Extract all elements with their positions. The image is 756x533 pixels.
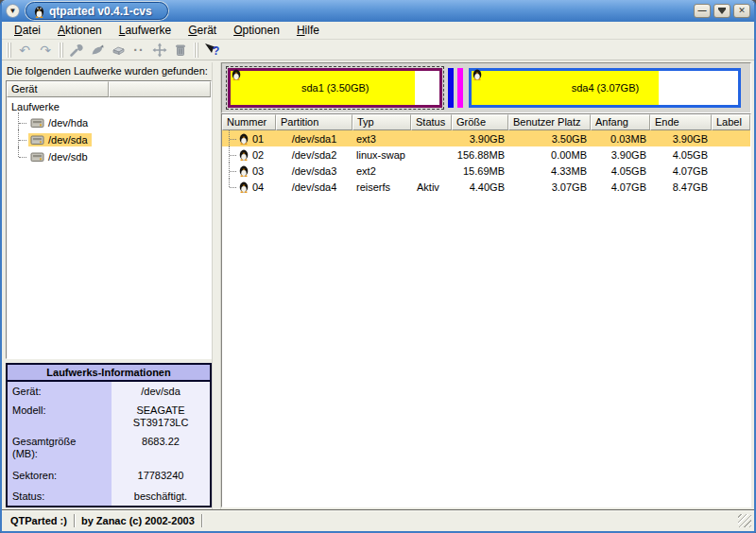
device-panel: Die folgenden Laufwerke wurden gefunden:…: [2, 62, 212, 509]
partition-table[interactable]: Nummer Partition Typ Status Größe Benutz…: [221, 113, 751, 507]
menubar: Datei Aktionen Laufwerke Gerät Optionen …: [2, 22, 754, 40]
tree-branch: [18, 148, 28, 165]
menu-geraet[interactable]: Gerät: [180, 23, 225, 38]
column-header-label[interactable]: Label: [712, 114, 750, 130]
title-pill: qtparted v0.4.1-cvs: [26, 2, 168, 20]
device-item-sdb[interactable]: /dev/sdb: [18, 148, 211, 165]
device-list-header[interactable]: Gerät: [7, 81, 211, 97]
toolbar-handle[interactable]: [7, 43, 11, 58]
column-header-status[interactable]: Status: [411, 114, 452, 130]
undo-button[interactable]: ↶: [14, 41, 35, 60]
column-header-ende[interactable]: Ende: [650, 114, 712, 130]
drive-icon: [30, 134, 44, 146]
tux-icon: [239, 164, 249, 177]
partition-bar-sda1[interactable]: sda1 (3.50GB): [226, 66, 444, 110]
partition-bar-sda4[interactable]: sda4 (3.07GB): [467, 66, 743, 110]
titlebar[interactable]: ▼ qtparted v0.4.1-cvs — ✕: [2, 0, 754, 22]
property-button[interactable]: [66, 41, 87, 60]
drive-icon: [30, 117, 44, 129]
info-value: SEAGATE ST39173LC: [112, 401, 210, 432]
info-label: Gesamtgröße (MB):: [8, 432, 112, 463]
close-button[interactable]: ✕: [733, 4, 750, 18]
info-label: Modell:: [8, 401, 112, 432]
table-row[interactable]: 01 /dev/sda1 ext3 3.90GB 3.50GB 0.03MB 3…: [222, 130, 750, 146]
delete-old-button[interactable]: [108, 41, 129, 60]
device-item-label: /dev/sda: [48, 134, 88, 146]
cell-status: Aktiv: [411, 181, 452, 193]
menu-optionen[interactable]: Optionen: [225, 23, 288, 38]
cell-groesse: 156.88MB: [452, 149, 508, 161]
info-label: Status:: [8, 485, 112, 506]
column-header-anfang[interactable]: Anfang: [591, 114, 650, 130]
empty-column-header: [109, 81, 211, 97]
partition-bar-label: sda1 (3.50GB): [231, 71, 439, 105]
menu-hilfe[interactable]: Hilfe: [288, 23, 328, 38]
cell-typ: linux-swap: [352, 149, 411, 161]
partition-panel: sda1 (3.50GB): [221, 62, 754, 509]
device-list[interactable]: Gerät Laufwerke /dev/hda: [6, 80, 212, 359]
cell-partition: /dev/sda4: [276, 181, 352, 193]
panel-splitter[interactable]: [212, 62, 221, 509]
info-value: /dev/sda: [112, 382, 210, 401]
cell-anfang: 4.07GB: [591, 181, 650, 193]
resize-grip[interactable]: [738, 514, 751, 527]
info-label: Gerät:: [8, 382, 112, 401]
trash-icon: [173, 43, 188, 58]
device-item-hda[interactable]: /dev/hda: [18, 114, 211, 131]
toolbar: ↶ ↷ ··: [2, 40, 754, 60]
info-row-geraet: Gerät: /dev/sda: [8, 382, 210, 401]
partition-bar-sda3[interactable]: [457, 68, 463, 108]
maximize-button[interactable]: [713, 4, 730, 18]
drive-info-title: Laufwerks-Informationen: [8, 365, 210, 382]
window-menu-button[interactable]: ▼: [6, 4, 20, 18]
table-row[interactable]: 03 /dev/sda3 ext2 15.69MB 4.33MB 4.05GB …: [222, 163, 750, 179]
format-button[interactable]: [87, 41, 108, 60]
cell-partition: /dev/sda3: [276, 165, 352, 177]
move-button[interactable]: [149, 41, 170, 60]
resize-icon: ··: [133, 43, 144, 57]
cell-ende: 4.07GB: [650, 165, 712, 177]
column-header-nummer[interactable]: Nummer: [222, 114, 276, 130]
column-header-benutzer-platz[interactable]: Benutzer Platz: [508, 114, 591, 130]
menu-laufwerke[interactable]: Laufwerke: [111, 23, 180, 38]
redo-button[interactable]: ↷: [35, 41, 56, 60]
device-item-label: /dev/sdb: [48, 151, 88, 163]
column-header-typ[interactable]: Typ: [352, 114, 411, 130]
cell-partition: /dev/sda1: [276, 133, 352, 145]
cell-anfang: 0.03MB: [591, 133, 650, 145]
menu-datei[interactable]: Datei: [6, 23, 49, 38]
column-header-groesse[interactable]: Größe: [452, 114, 508, 130]
whats-this-button[interactable]: ?: [201, 41, 222, 60]
tux-icon: [239, 181, 249, 193]
cell-ende: 8.47GB: [650, 181, 712, 193]
info-value: 8683.22: [112, 432, 210, 463]
menu-aktionen[interactable]: Aktionen: [49, 23, 111, 38]
cell-typ: reiserfs: [352, 181, 411, 193]
table-row[interactable]: 02 /dev/sda2 linux-swap 156.88MB 0.00MB …: [222, 146, 750, 163]
cell-benutzer-platz: 3.07GB: [508, 181, 591, 193]
device-item-sda[interactable]: /dev/sda: [18, 131, 211, 148]
cell-nummer: 03: [252, 165, 264, 177]
cell-typ: ext3: [352, 133, 411, 145]
table-header[interactable]: Nummer Partition Typ Status Größe Benutz…: [222, 114, 750, 130]
table-row[interactable]: 04 /dev/sda4 reiserfs Aktiv 4.40GB 3.07G…: [222, 179, 750, 195]
resize-button[interactable]: ··: [129, 41, 149, 60]
statusbar: QTParted :) by Zanac (c) 2002-2003: [2, 509, 754, 531]
tree-branch: [18, 114, 28, 131]
statusbar-divider: [201, 514, 202, 527]
partition-bar-sda2[interactable]: [448, 68, 454, 108]
minimize-button[interactable]: —: [694, 4, 711, 18]
device-column-header[interactable]: Gerät: [7, 81, 109, 97]
column-header-partition[interactable]: Partition: [276, 114, 352, 130]
cell-benutzer-platz: 3.50GB: [508, 133, 591, 145]
cell-ende: 4.05GB: [650, 149, 712, 161]
drive-info-panel: Laufwerks-Informationen Gerät: /dev/sda …: [6, 363, 212, 507]
cell-groesse: 3.90GB: [452, 133, 508, 145]
delete-button[interactable]: [170, 41, 191, 60]
partition-bar-label: sda4 (3.07GB): [472, 71, 738, 105]
device-item-label: /dev/hda: [48, 117, 88, 129]
tree-root-laufwerke[interactable]: Laufwerke: [9, 100, 211, 113]
cell-partition: /dev/sda2: [276, 149, 352, 161]
cell-ende: 3.90GB: [650, 133, 712, 145]
drive-icon: [30, 151, 44, 163]
